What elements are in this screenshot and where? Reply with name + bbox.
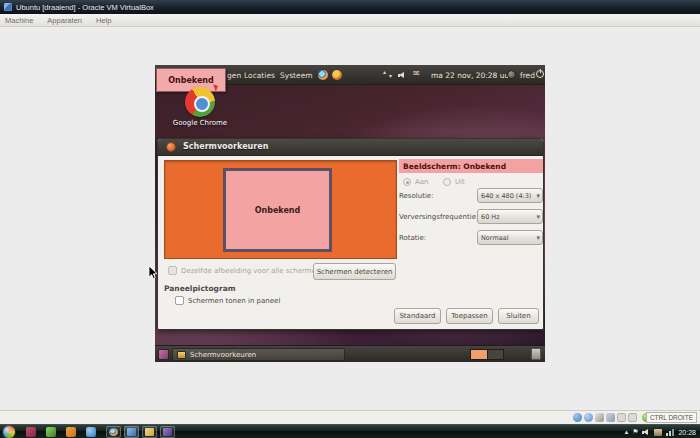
mirror-checkbox (168, 266, 177, 275)
close-button[interactable]: Sluiten (498, 308, 539, 324)
shortcut-emblem-icon (211, 84, 218, 91)
virtualbox-app-icon (4, 3, 12, 11)
app-taskbar-button[interactable] (160, 426, 175, 438)
mirror-checkbox-label: Dezelfde afbeelding voor alle schermen (181, 267, 320, 275)
user-avatar[interactable] (507, 70, 516, 79)
trash-icon[interactable] (531, 348, 541, 360)
app-icon (163, 428, 172, 436)
virtualbox-icon (127, 428, 136, 436)
user-menu[interactable]: fred (520, 71, 535, 80)
software-icon[interactable] (332, 70, 342, 80)
hdd-status-icon[interactable] (573, 413, 582, 422)
pinned-app-icon-1[interactable] (26, 427, 36, 437)
volume-icon[interactable] (398, 72, 406, 79)
display-status-icon[interactable] (628, 413, 637, 422)
apply-button[interactable]: Toepassen (446, 308, 493, 324)
refresh-label: Verversingsfrequentie: (399, 213, 478, 221)
rotation-value: Normaal (481, 234, 509, 242)
windows-taskbar: ▴ ⚑ 20:28 (0, 424, 700, 438)
messages-indicator-icon[interactable]: ✉ (413, 69, 420, 79)
panel-clock[interactable]: ma 22 nov, 20:28 uur (431, 71, 512, 80)
menu-apparaten[interactable]: Apparaten (47, 16, 82, 25)
show-in-panel-label: Schermen tonen in paneel (188, 297, 280, 305)
display-preferences-dialog: Schermvoorkeuren Onbekend Beeldscherm: O… (157, 138, 544, 330)
desktop-icon-label: Google Chrome (167, 119, 233, 127)
workspace-switcher (470, 349, 504, 360)
cd-status-icon[interactable] (584, 413, 593, 422)
virtualbox-taskbar-button[interactable] (124, 426, 139, 438)
default-button-label: Standaard (399, 312, 435, 320)
screen: Ubuntu [draaiend] - Oracle VM VirtualBox… (0, 0, 700, 438)
taskbar-window-button[interactable]: Schermvoorkeuren (172, 348, 345, 361)
firefox-icon[interactable] (318, 70, 328, 80)
firefox-icon (109, 428, 118, 436)
system-menu[interactable]: Systeem (280, 71, 313, 80)
close-icon[interactable] (166, 142, 176, 152)
host-key-label: CTRL DROITE (646, 412, 697, 423)
refresh-dropdown[interactable]: 60 Hz (477, 209, 543, 224)
ubuntu-bottom-panel: Schermvoorkeuren (155, 345, 545, 362)
dialog-title: Schermvoorkeuren (183, 142, 268, 151)
pinned-app-icon-2[interactable] (46, 427, 56, 437)
menu-help[interactable]: Help (96, 16, 111, 25)
workspace-active[interactable] (471, 350, 488, 359)
dialog-titlebar[interactable]: Schermvoorkeuren (158, 139, 543, 156)
menu-machine[interactable]: Machine (5, 16, 33, 25)
chrome-icon (185, 87, 215, 117)
workspace-inactive[interactable] (488, 350, 504, 359)
detect-displays-button[interactable]: Schermen detecteren (313, 263, 396, 280)
display-header-label: Beeldscherm: Onbekend (403, 162, 506, 171)
show-in-panel-checkbox[interactable] (175, 296, 184, 305)
radio-off-label: Uit (455, 178, 465, 186)
mouse-cursor (148, 265, 158, 280)
explorer-taskbar-button[interactable] (142, 426, 157, 438)
detect-displays-label: Schermen detecteren (317, 268, 393, 276)
tray-network-icon[interactable] (666, 429, 674, 436)
internet-explorer-icon[interactable] (86, 427, 96, 437)
places-menu[interactable]: Locaties (244, 71, 275, 80)
vbox-window-title: Ubuntu [draaiend] - Oracle VM VirtualBox (16, 3, 154, 12)
action-center-flag-icon[interactable]: ⚑ (632, 428, 638, 436)
applications-menu-partial[interactable]: gen (227, 71, 241, 80)
power-icon[interactable] (536, 70, 544, 78)
network-indicator-icon[interactable] (383, 70, 392, 80)
panel-icon-section-heading: Paneelpictogram (164, 284, 236, 293)
firefox-taskbar-button[interactable] (106, 426, 121, 438)
resolution-dropdown[interactable]: 640 x 480 (4:3) (477, 188, 543, 203)
pinned-app-icon-3[interactable] (66, 427, 76, 437)
folder-icon (145, 428, 154, 436)
tray-expand-icon[interactable]: ▴ (625, 428, 629, 436)
refresh-value: 60 Hz (481, 213, 500, 221)
tray-volume-icon[interactable] (642, 429, 650, 436)
network-status-icon[interactable] (606, 413, 615, 422)
default-button[interactable]: Standaard (394, 308, 441, 324)
tray-power-icon[interactable] (654, 429, 662, 436)
monitor-thumbnail-label: Onbekend (255, 206, 301, 215)
taskbar-window-label: Schermvoorkeuren (190, 351, 256, 359)
show-desktop-icon[interactable] (158, 349, 169, 360)
usb-status-icon[interactable] (617, 413, 626, 422)
resolution-label: Resolutie: (399, 192, 434, 200)
vbox-menubar: Machine Apparaten Help (0, 14, 700, 27)
desktop-icon-google-chrome[interactable]: Google Chrome (167, 87, 233, 127)
guest-screen: gen Locaties Systeem ✉ ma 22 nov, 20:28 … (155, 65, 545, 362)
radio-off (443, 178, 451, 186)
monitor-layout-preview[interactable]: Onbekend (164, 160, 397, 259)
system-tray: ▴ ⚑ 20:28 (625, 425, 700, 438)
monitor-thumbnail[interactable]: Onbekend (223, 168, 332, 252)
radio-on-label: Aan (415, 178, 429, 186)
rotation-dropdown[interactable]: Normaal (477, 230, 543, 245)
apply-button-label: Toepassen (451, 312, 487, 320)
shared-folders-status-icon[interactable] (595, 413, 604, 422)
vbox-status-bar: + CTRL DROITE (0, 410, 700, 424)
rotation-label: Rotatie: (399, 234, 426, 242)
monitor-name-tooltip-label: Onbekend (168, 76, 214, 85)
radio-on (403, 178, 411, 186)
close-button-label: Sluiten (506, 312, 530, 320)
display-header: Beeldscherm: Onbekend (399, 159, 543, 173)
vbox-titlebar: Ubuntu [draaiend] - Oracle VM VirtualBox (0, 0, 700, 14)
window-icon (177, 351, 186, 359)
tray-clock[interactable]: 20:28 (678, 429, 696, 436)
start-orb[interactable] (3, 426, 15, 438)
resolution-value: 640 x 480 (4:3) (481, 192, 531, 200)
